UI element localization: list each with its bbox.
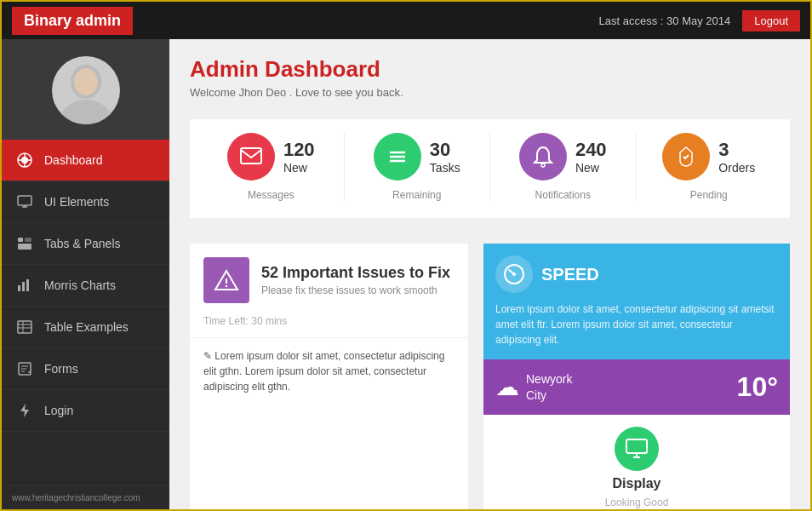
edit-icon: ✎ <box>203 350 214 362</box>
messages-label: New <box>283 161 315 175</box>
issues-panel: 52 Important Issues to Fix Please fix th… <box>190 244 468 509</box>
messages-sublabel: Messages <box>248 189 294 201</box>
sidebar-item-ui-elements[interactable]: UI Elements <box>2 181 169 223</box>
svg-point-23 <box>226 285 227 287</box>
messages-count: 120 <box>283 139 315 161</box>
sidebar-item-forms[interactable]: Forms <box>2 348 169 390</box>
table-icon <box>15 318 34 336</box>
notifications-count: 240 <box>575 139 607 161</box>
sidebar-label-morris-charts: Morris Charts <box>44 278 116 292</box>
orders-label: Orders <box>718 161 755 175</box>
sidebar-label-login: Login <box>44 404 73 417</box>
svg-rect-8 <box>18 244 31 250</box>
header: Binary admin Last access : 30 May 2014 L… <box>2 2 810 39</box>
monitor-icon <box>15 192 34 211</box>
speedometer-icon <box>495 256 533 293</box>
display-card: Display Looking Good <box>483 415 790 509</box>
right-panels: SPEED Lorem ipsum dolor sit amet, consec… <box>483 244 790 509</box>
svg-point-21 <box>541 164 545 167</box>
svg-rect-17 <box>241 148 261 164</box>
sidebar-label-ui-elements: UI Elements <box>44 195 109 209</box>
last-access-text: Last access : 30 May 2014 <box>599 14 731 27</box>
lorem-body: ✎ Lorem ipsum dolor sit amet, consectetu… <box>190 338 468 405</box>
svg-rect-11 <box>26 279 29 291</box>
tasks-count: 30 <box>430 139 460 161</box>
display-icon-circle <box>615 427 659 471</box>
avatar-section <box>2 39 169 140</box>
dashboard-icon <box>15 151 34 169</box>
issue-desc: Please fix these issues to work smooth <box>261 284 450 296</box>
orders-sublabel: Pending <box>690 189 728 201</box>
svg-rect-6 <box>18 238 23 242</box>
svg-point-2 <box>74 68 98 95</box>
sidebar-label-forms: Forms <box>44 362 78 376</box>
header-right: Last access : 30 May 2014 Logout <box>599 10 800 32</box>
messages-icon-circle <box>227 133 275 181</box>
brand-title: Binary admin <box>12 7 133 35</box>
speed-header: SPEED <box>495 256 778 293</box>
sidebar-item-dashboard[interactable]: Dashboard <box>2 140 169 181</box>
bottom-section: 52 Important Issues to Fix Please fix th… <box>190 244 790 509</box>
content-area: Admin Dashboard Welcome Jhon Deo . Love … <box>169 39 810 509</box>
svg-rect-7 <box>25 238 31 242</box>
issue-title: 52 Important Issues to Fix <box>261 264 450 282</box>
stats-row: 120 New Messages 30 Tasks Remai <box>190 119 790 218</box>
sidebar-label-table-examples: Table Examples <box>44 320 129 334</box>
issue-text: 52 Important Issues to Fix Please fix th… <box>261 264 450 296</box>
weather-city: Newyork City <box>526 371 572 402</box>
speed-title: SPEED <box>541 265 599 284</box>
nav-items: Dashboard UI Elements Tabs & Panels Morr… <box>2 140 169 485</box>
stat-notifications: 240 New Notifications <box>490 133 637 201</box>
tabs-icon <box>15 234 34 253</box>
display-title: Display <box>613 476 661 491</box>
page-title: Admin Dashboard <box>190 56 790 83</box>
sidebar: Dashboard UI Elements Tabs & Panels Morr… <box>2 39 169 509</box>
svg-rect-12 <box>18 321 31 333</box>
stat-messages: 120 New Messages <box>198 133 345 201</box>
svg-rect-9 <box>18 285 20 291</box>
speed-description: Lorem ipsum dolor sit amet, consectetur … <box>495 301 778 347</box>
weather-left: ☁ Newyork City <box>495 371 572 402</box>
svg-rect-10 <box>22 282 25 291</box>
stat-orders: 3 Orders Pending <box>637 133 782 201</box>
chart-icon <box>15 276 34 295</box>
tasks-sublabel: Remaining <box>392 189 441 201</box>
svg-point-25 <box>512 273 516 276</box>
tasks-label: Tasks <box>430 161 460 175</box>
time-left: Time Left: 30 mins <box>190 312 468 338</box>
welcome-text: Welcome Jhon Deo . Love to see you back. <box>190 86 790 99</box>
sidebar-item-login[interactable]: Login <box>2 390 169 432</box>
svg-rect-26 <box>626 439 647 453</box>
warning-icon <box>203 257 249 303</box>
notifications-icon-circle <box>519 133 567 181</box>
tasks-icon-circle <box>374 133 421 181</box>
orders-icon-circle <box>662 133 710 181</box>
sidebar-item-tabs-panels[interactable]: Tabs & Panels <box>2 223 169 265</box>
notifications-sublabel: Notifications <box>535 189 591 201</box>
display-subtitle: Looking Good <box>605 497 669 508</box>
avatar <box>52 56 120 124</box>
weather-temperature: 10° <box>737 371 778 403</box>
sidebar-footer: www.heritagechristiancollege.com <box>2 485 169 509</box>
stat-tasks: 30 Tasks Remaining <box>345 133 491 201</box>
svg-point-4 <box>21 157 28 164</box>
lightning-icon <box>15 401 34 420</box>
svg-rect-5 <box>18 196 31 205</box>
weather-card: ☁ Newyork City 10° <box>483 359 790 415</box>
sidebar-label-tabs-panels: Tabs & Panels <box>44 237 121 250</box>
speed-card: SPEED Lorem ipsum dolor sit amet, consec… <box>483 244 790 359</box>
sidebar-label-dashboard: Dashboard <box>44 153 103 167</box>
notifications-label: New <box>575 161 607 175</box>
sidebar-item-morris-charts[interactable]: Morris Charts <box>2 265 169 307</box>
svg-point-1 <box>59 100 113 124</box>
forms-icon <box>15 359 34 378</box>
logout-button[interactable]: Logout <box>742 10 800 32</box>
sidebar-item-table-examples[interactable]: Table Examples <box>2 307 169 348</box>
cloud-icon: ☁ <box>495 373 519 401</box>
orders-count: 3 <box>718 139 755 161</box>
issue-banner: 52 Important Issues to Fix Please fix th… <box>190 244 468 312</box>
main-layout: Dashboard UI Elements Tabs & Panels Morr… <box>2 39 810 509</box>
